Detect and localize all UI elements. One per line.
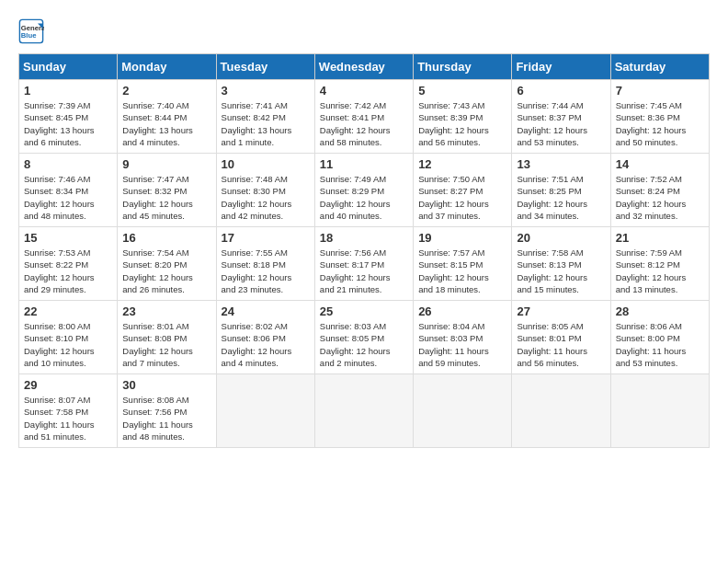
day-number: 11: [320, 157, 408, 171]
day-info: Sunrise: 7:51 AM Sunset: 8:25 PM Dayligh…: [517, 173, 605, 222]
day-info: Sunrise: 7:41 AM Sunset: 8:42 PM Dayligh…: [222, 99, 310, 148]
calendar-day-cell: 23Sunrise: 8:01 AM Sunset: 8:08 PM Dayli…: [118, 301, 216, 374]
calendar-day-cell: [314, 374, 413, 448]
day-info: Sunrise: 7:44 AM Sunset: 8:37 PM Dayligh…: [517, 99, 605, 148]
day-number: 5: [418, 84, 506, 98]
calendar-day-cell: 26Sunrise: 8:04 AM Sunset: 8:03 PM Dayli…: [414, 301, 512, 374]
day-info: Sunrise: 7:40 AM Sunset: 8:44 PM Dayligh…: [122, 99, 210, 148]
calendar-day-cell: 21Sunrise: 7:59 AM Sunset: 8:12 PM Dayli…: [610, 227, 709, 301]
day-info: Sunrise: 7:39 AM Sunset: 8:45 PM Dayligh…: [24, 99, 112, 148]
calendar-day-cell: 13Sunrise: 7:51 AM Sunset: 8:25 PM Dayli…: [512, 154, 610, 227]
day-number: 16: [122, 231, 210, 245]
day-number: 20: [517, 231, 605, 245]
calendar-week-row: 1Sunrise: 7:39 AM Sunset: 8:45 PM Daylig…: [19, 80, 710, 154]
logo: General Blue: [18, 18, 51, 44]
calendar-day-cell: 9Sunrise: 7:47 AM Sunset: 8:32 PM Daylig…: [118, 154, 216, 227]
day-number: 27: [517, 304, 605, 318]
calendar-table: SundayMondayTuesdayWednesdayThursdayFrid…: [18, 53, 710, 448]
calendar-day-cell: 4Sunrise: 7:42 AM Sunset: 8:41 PM Daylig…: [314, 80, 413, 154]
calendar-day-cell: 19Sunrise: 7:57 AM Sunset: 8:15 PM Dayli…: [414, 227, 512, 301]
day-number: 29: [24, 378, 112, 392]
calendar-week-row: 15Sunrise: 7:53 AM Sunset: 8:22 PM Dayli…: [19, 227, 710, 301]
calendar-day-cell: 20Sunrise: 7:58 AM Sunset: 8:13 PM Dayli…: [512, 227, 610, 301]
calendar-day-cell: 3Sunrise: 7:41 AM Sunset: 8:42 PM Daylig…: [216, 80, 314, 154]
day-number: 2: [122, 84, 210, 98]
day-info: Sunrise: 7:42 AM Sunset: 8:41 PM Dayligh…: [320, 99, 408, 148]
page-header: General Blue: [18, 18, 710, 44]
day-number: 19: [418, 231, 506, 245]
day-info: Sunrise: 7:54 AM Sunset: 8:20 PM Dayligh…: [122, 247, 210, 295]
calendar-day-cell: 14Sunrise: 7:52 AM Sunset: 8:24 PM Dayli…: [610, 154, 709, 227]
day-info: Sunrise: 7:56 AM Sunset: 8:17 PM Dayligh…: [320, 247, 408, 295]
calendar-day-cell: 11Sunrise: 7:49 AM Sunset: 8:29 PM Dayli…: [314, 154, 413, 227]
day-info: Sunrise: 7:58 AM Sunset: 8:13 PM Dayligh…: [517, 247, 605, 295]
day-number: 17: [222, 231, 310, 245]
day-number: 15: [24, 231, 112, 245]
calendar-day-cell: 22Sunrise: 8:00 AM Sunset: 8:10 PM Dayli…: [19, 301, 118, 374]
calendar-day-cell: 1Sunrise: 7:39 AM Sunset: 8:45 PM Daylig…: [19, 80, 118, 154]
day-number: 28: [616, 304, 704, 318]
day-number: 1: [24, 84, 112, 98]
calendar-day-cell: 15Sunrise: 7:53 AM Sunset: 8:22 PM Dayli…: [19, 227, 118, 301]
calendar-week-row: 8Sunrise: 7:46 AM Sunset: 8:34 PM Daylig…: [19, 154, 710, 227]
day-info: Sunrise: 8:05 AM Sunset: 8:01 PM Dayligh…: [517, 320, 605, 369]
day-number: 9: [122, 157, 210, 171]
day-info: Sunrise: 7:53 AM Sunset: 8:22 PM Dayligh…: [24, 247, 112, 295]
day-info: Sunrise: 8:04 AM Sunset: 8:03 PM Dayligh…: [418, 320, 506, 369]
calendar-day-cell: 24Sunrise: 8:02 AM Sunset: 8:06 PM Dayli…: [216, 301, 314, 374]
day-info: Sunrise: 8:00 AM Sunset: 8:10 PM Dayligh…: [24, 320, 112, 369]
day-info: Sunrise: 7:47 AM Sunset: 8:32 PM Dayligh…: [122, 173, 210, 222]
calendar-day-cell: [414, 374, 512, 448]
calendar-header-row: SundayMondayTuesdayWednesdayThursdayFrid…: [19, 54, 710, 80]
day-number: 10: [222, 157, 310, 171]
day-number: 12: [418, 157, 506, 171]
day-info: Sunrise: 8:08 AM Sunset: 7:56 PM Dayligh…: [122, 394, 210, 442]
calendar-day-cell: [610, 374, 709, 448]
day-info: Sunrise: 7:52 AM Sunset: 8:24 PM Dayligh…: [616, 173, 704, 222]
calendar-day-cell: 27Sunrise: 8:05 AM Sunset: 8:01 PM Dayli…: [512, 301, 610, 374]
day-info: Sunrise: 7:50 AM Sunset: 8:27 PM Dayligh…: [418, 173, 506, 222]
day-info: Sunrise: 8:06 AM Sunset: 8:00 PM Dayligh…: [616, 320, 704, 369]
calendar-day-cell: 18Sunrise: 7:56 AM Sunset: 8:17 PM Dayli…: [314, 227, 413, 301]
calendar-day-cell: 25Sunrise: 8:03 AM Sunset: 8:05 PM Dayli…: [314, 301, 413, 374]
calendar-day-cell: 17Sunrise: 7:55 AM Sunset: 8:18 PM Dayli…: [216, 227, 314, 301]
day-number: 3: [222, 84, 310, 98]
day-number: 21: [616, 231, 704, 245]
day-info: Sunrise: 7:59 AM Sunset: 8:12 PM Dayligh…: [616, 247, 704, 295]
day-number: 30: [122, 378, 210, 392]
day-of-week-header: Monday: [118, 54, 216, 80]
day-number: 4: [320, 84, 408, 98]
day-of-week-header: Friday: [512, 54, 610, 80]
logo-icon: General Blue: [18, 18, 44, 44]
day-info: Sunrise: 7:55 AM Sunset: 8:18 PM Dayligh…: [222, 247, 310, 295]
svg-text:Blue: Blue: [21, 31, 37, 40]
calendar-week-row: 22Sunrise: 8:00 AM Sunset: 8:10 PM Dayli…: [19, 301, 710, 374]
day-of-week-header: Thursday: [414, 54, 512, 80]
calendar-day-cell: 2Sunrise: 7:40 AM Sunset: 8:44 PM Daylig…: [118, 80, 216, 154]
day-number: 22: [24, 304, 112, 318]
day-number: 6: [517, 84, 605, 98]
day-info: Sunrise: 7:46 AM Sunset: 8:34 PM Dayligh…: [24, 173, 112, 222]
calendar-day-cell: 12Sunrise: 7:50 AM Sunset: 8:27 PM Dayli…: [414, 154, 512, 227]
calendar-day-cell: 5Sunrise: 7:43 AM Sunset: 8:39 PM Daylig…: [414, 80, 512, 154]
calendar-day-cell: 7Sunrise: 7:45 AM Sunset: 8:36 PM Daylig…: [610, 80, 709, 154]
day-info: Sunrise: 8:02 AM Sunset: 8:06 PM Dayligh…: [222, 320, 310, 369]
day-info: Sunrise: 8:03 AM Sunset: 8:05 PM Dayligh…: [320, 320, 408, 369]
day-of-week-header: Tuesday: [216, 54, 314, 80]
day-number: 23: [122, 304, 210, 318]
day-info: Sunrise: 7:57 AM Sunset: 8:15 PM Dayligh…: [418, 247, 506, 295]
day-of-week-header: Sunday: [19, 54, 118, 80]
day-of-week-header: Wednesday: [314, 54, 413, 80]
calendar-day-cell: 30Sunrise: 8:08 AM Sunset: 7:56 PM Dayli…: [118, 374, 216, 448]
calendar-day-cell: [512, 374, 610, 448]
day-number: 7: [616, 84, 704, 98]
day-info: Sunrise: 8:01 AM Sunset: 8:08 PM Dayligh…: [122, 320, 210, 369]
day-of-week-header: Saturday: [610, 54, 709, 80]
day-number: 13: [517, 157, 605, 171]
calendar-day-cell: 6Sunrise: 7:44 AM Sunset: 8:37 PM Daylig…: [512, 80, 610, 154]
calendar-week-row: 29Sunrise: 8:07 AM Sunset: 7:58 PM Dayli…: [19, 374, 710, 448]
calendar-day-cell: 28Sunrise: 8:06 AM Sunset: 8:00 PM Dayli…: [610, 301, 709, 374]
day-info: Sunrise: 7:48 AM Sunset: 8:30 PM Dayligh…: [222, 173, 310, 222]
day-number: 18: [320, 231, 408, 245]
day-number: 26: [418, 304, 506, 318]
